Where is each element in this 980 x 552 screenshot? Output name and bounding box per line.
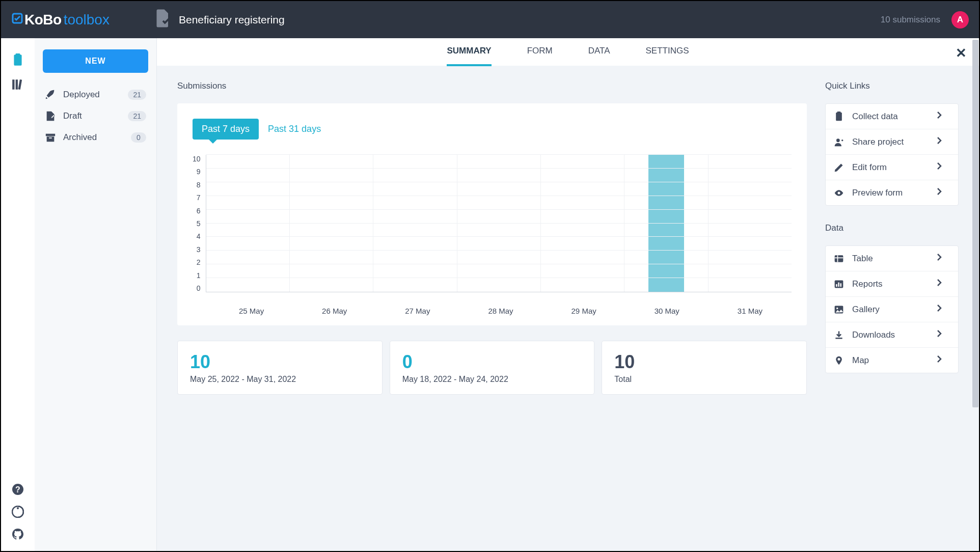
sidebar-item-count: 21 [128,90,146,100]
chart-bar[interactable] [290,155,373,292]
project-title: Beneficiary registering [179,14,285,26]
link-label: Table [852,254,873,264]
chart-y-axis: 109876543210 [193,155,206,292]
tab-settings[interactable]: SETTINGS [646,38,689,66]
stat-card: 0May 18, 2022 - May 24, 2022 [390,341,595,395]
sidebar-item-label: Draft [63,111,82,121]
chart-bar[interactable] [373,155,457,292]
sidebar: NEW Deployed 21 Draft 21 Archived 0 [35,38,157,551]
rail-projects-icon[interactable] [11,53,24,67]
sidebar-item-archived[interactable]: Archived 0 [43,127,148,148]
link-label: Edit form [852,162,887,173]
data-link-table[interactable]: Table [826,246,958,271]
range-past-31[interactable]: Past 31 days [259,119,330,140]
quick-link-preview-form[interactable]: Preview form [826,180,958,205]
sidebar-item-count: 0 [131,132,146,143]
rail-library-icon[interactable] [11,78,24,91]
right-column: Quick Links Collect dataShare projectEdi… [825,81,959,536]
stat-card: 10Total [602,341,807,395]
chart-bars [206,155,792,292]
project-title-wrap: Beneficiary registering [155,9,285,30]
submission-count[interactable]: 10 submissions [881,15,940,25]
link-label: Downloads [852,330,895,340]
quick-link-share-project[interactable]: Share project [826,129,958,155]
main-panel: SUMMARY FORM DATA SETTINGS ✕ Submissions… [157,38,979,551]
tab-data[interactable]: DATA [588,38,610,66]
chart-x-label: 25 May [210,302,293,315]
help-icon[interactable]: ? [11,483,24,496]
stat-sub: May 18, 2022 - May 24, 2022 [402,375,582,384]
brand-toolbox: toolbox [64,12,110,28]
source-icon[interactable] [11,505,24,518]
sidebar-item-draft[interactable]: Draft 21 [43,105,148,127]
logo-check-icon [11,12,23,28]
avatar[interactable]: A [951,11,969,29]
chart-bar[interactable] [709,155,792,292]
chevron-right-icon [937,329,950,340]
svg-rect-14 [837,112,841,114]
svg-point-15 [836,139,840,142]
tab-summary[interactable]: SUMMARY [447,38,491,66]
svg-rect-13 [836,112,842,121]
chevron-right-icon [937,355,950,366]
chart-bar[interactable] [541,155,624,292]
tab-form[interactable]: FORM [527,38,553,66]
chevron-right-icon [937,111,950,122]
range-past-7[interactable]: Past 7 days [193,119,259,140]
section-title-data: Data [825,223,959,233]
brand-kobo: KoBo [24,12,62,28]
svg-point-25 [836,307,838,309]
svg-rect-5 [18,79,22,90]
data-link-downloads[interactable]: Downloads [826,322,958,348]
svg-rect-10 [46,134,55,136]
svg-point-9 [17,507,19,509]
chart-x-label: 28 May [459,302,542,315]
brand-logo[interactable]: KoBo toolbox [11,12,110,28]
sidebar-item-count: 21 [128,111,146,121]
chart-plot [206,155,792,292]
quick-links-list: Collect dataShare projectEdit formPrevie… [825,103,959,206]
chart-x-label: 29 May [542,302,625,315]
section-title-submissions: Submissions [177,81,807,91]
chart-card: Past 7 days Past 31 days 109876543210 25… [177,103,807,325]
link-label: Share project [852,137,904,147]
svg-rect-17 [835,255,843,262]
chart-x-axis: 25 May26 May27 May28 May29 May30 May31 M… [210,302,792,315]
stat-value: 10 [190,351,370,373]
chart-x-label: 27 May [376,302,459,315]
chart-bar[interactable] [206,155,290,292]
form-icon [155,9,171,30]
chart-bar[interactable] [624,155,708,292]
chevron-right-icon [937,187,950,198]
data-link-gallery[interactable]: Gallery [826,297,958,322]
chevron-right-icon [937,304,950,315]
chevron-right-icon [937,279,950,289]
svg-rect-26 [835,338,842,339]
app-header: KoBo toolbox Beneficiary registering 10 … [1,1,979,38]
chart-bar[interactable] [457,155,541,292]
data-link-reports[interactable]: Reports [826,271,958,297]
svg-text:?: ? [15,485,20,494]
stat-sub: May 25, 2022 - May 31, 2022 [190,375,370,384]
github-icon[interactable] [11,528,24,541]
svg-point-27 [838,358,840,361]
stat-sub: Total [614,375,794,384]
svg-rect-11 [47,136,55,142]
sidebar-item-deployed[interactable]: Deployed 21 [43,84,148,105]
quick-link-collect-data[interactable]: Collect data [826,104,958,129]
sidebar-item-label: Archived [63,132,97,143]
quick-link-edit-form[interactable]: Edit form [826,155,958,180]
chevron-right-icon [937,162,950,173]
svg-rect-23 [840,283,842,287]
data-links-list: TableReportsGalleryDownloadsMap [825,245,959,373]
chart-x-label: 30 May [625,302,709,315]
chart-x-label: 31 May [709,302,792,315]
chevron-right-icon [937,136,950,147]
new-button[interactable]: NEW [43,49,148,73]
link-label: Map [852,355,869,366]
close-icon[interactable]: ✕ [956,45,967,61]
chart-x-label: 26 May [293,302,376,315]
data-link-map[interactable]: Map [826,348,958,373]
scrollbar[interactable] [972,38,979,551]
link-label: Collect data [852,112,898,122]
